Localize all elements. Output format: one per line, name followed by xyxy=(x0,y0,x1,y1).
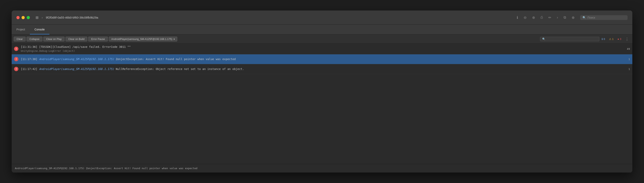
error-badge-count: 3 xyxy=(620,38,621,40)
tabbar: Project Console xyxy=(12,25,632,34)
titlebar-search[interactable]: 🔍 xyxy=(580,15,628,20)
device-selector[interactable]: AndroidPlayer(samsung_SM-A125F@192.168.1… xyxy=(109,36,177,42)
collapse-button[interactable]: Collapse xyxy=(26,36,42,42)
edit-icon[interactable]: ✏ xyxy=(548,16,551,20)
maximize-button[interactable] xyxy=(27,16,30,19)
log-entry-3[interactable]: ! [11:17:42] AndroidPlayer(samsung_SM-A1… xyxy=(12,64,632,74)
minimize-button[interactable] xyxy=(22,16,25,19)
statusbar: AndroidPlayer(samsung_SM-A125F@192.168.1… xyxy=(12,164,632,172)
zoom-in-icon[interactable]: ⊕ xyxy=(532,16,535,20)
error-icon-3: ! xyxy=(14,67,18,71)
warn-count-badge[interactable]: ⚠ 1 xyxy=(608,37,615,41)
info-icon[interactable]: ℹ xyxy=(517,16,518,20)
window-icon[interactable]: ⧉ xyxy=(564,16,566,20)
tab-project[interactable]: Project xyxy=(12,25,30,34)
error-icon-2: ! xyxy=(14,57,18,61)
log-entry-2[interactable]: ! [11:17:38] AndroidPlayer(samsung_SM-A1… xyxy=(12,54,632,64)
log-count-1: 49 xyxy=(624,48,630,50)
search-icon: 🔍 xyxy=(582,16,586,19)
console-search-icon: 🔍 xyxy=(542,38,545,40)
console-search[interactable]: 🔍 xyxy=(540,37,599,41)
sidebar-toggle-button[interactable]: ⊞ xyxy=(34,15,40,20)
share-icon[interactable]: ⎙ xyxy=(540,16,543,20)
clear-on-play-button[interactable]: Clear on Play xyxy=(43,36,65,42)
dropdown-chevron-icon: ▾ xyxy=(174,38,175,40)
clear-button[interactable]: Clear xyxy=(14,36,26,42)
warn-badge-count: 1 xyxy=(612,38,614,40)
log-count-3: 1 xyxy=(624,68,630,70)
settings-icon[interactable]: ⊕ xyxy=(572,16,574,20)
clear-on-build-button[interactable]: Clear on Build xyxy=(66,36,88,42)
console-toolbar: Clear Collapse Clear on Play Clear on Bu… xyxy=(12,34,632,44)
log-text-3: [11:17:42] AndroidPlayer(samsung_SM-A125… xyxy=(21,67,624,71)
toolbar-more-icon[interactable]: ⋮ xyxy=(624,37,630,41)
chevron-right-icon: › xyxy=(42,16,43,19)
log-count-2: 1 xyxy=(624,58,630,61)
titlebar: ⊞ › 9f2f0d8f-0a55-46b0-bf60-38c08fb9b29a… xyxy=(12,10,632,25)
info-count-badge[interactable]: ℹ 0 xyxy=(600,37,606,41)
main-window: ⊞ › 9f2f0d8f-0a55-46b0-bf60-38c08fb9b29a… xyxy=(12,10,632,172)
close-button[interactable] xyxy=(16,16,20,19)
zoom-out-icon[interactable]: ⊖ xyxy=(524,16,526,20)
sidebar-toggle-icon: ⊞ xyxy=(36,16,38,20)
console-search-input[interactable] xyxy=(546,38,597,40)
chevron-down-icon[interactable]: › xyxy=(557,16,558,20)
info-badge-icon: ℹ xyxy=(602,38,603,40)
titlebar-search-input[interactable] xyxy=(588,16,625,19)
info-badge-count: 0 xyxy=(604,38,605,40)
titlebar-actions: ℹ ⊖ ⊕ ⎙ ✏ › ⧉ ⊕ 🔍 xyxy=(517,15,628,20)
error-pause-button[interactable]: Error Pause xyxy=(88,36,108,42)
window-title: 9f2f0d8f-0a55-46b0-bf60-38c08fb9b29a xyxy=(46,16,517,19)
log-text-2: [11:17:38] AndroidPlayer(samsung_SM-A125… xyxy=(21,57,624,61)
device-label: AndroidPlayer(samsung_SM-A125F@192.168.1… xyxy=(111,38,172,40)
warn-badge-icon: ⚠ xyxy=(609,38,612,40)
log-text-1: [11:31:36] [TDSSDK][CloudSave] /api/save… xyxy=(21,45,624,53)
tab-console[interactable]: Console xyxy=(30,25,50,34)
error-icon-1: ! xyxy=(14,47,18,51)
error-badge-icon: ● xyxy=(618,38,619,40)
error-count-badge[interactable]: ● 3 xyxy=(616,37,623,41)
log-entry-1[interactable]: ! [11:31:36] [TDSSDK][CloudSave] /api/sa… xyxy=(12,44,632,54)
statusbar-text: AndroidPlayer(samsung_SM-A125F@192.168.1… xyxy=(15,167,198,170)
traffic-lights xyxy=(16,16,30,19)
console-log[interactable]: ! [11:31:36] [TDSSDK][CloudSave] /api/sa… xyxy=(12,44,632,164)
